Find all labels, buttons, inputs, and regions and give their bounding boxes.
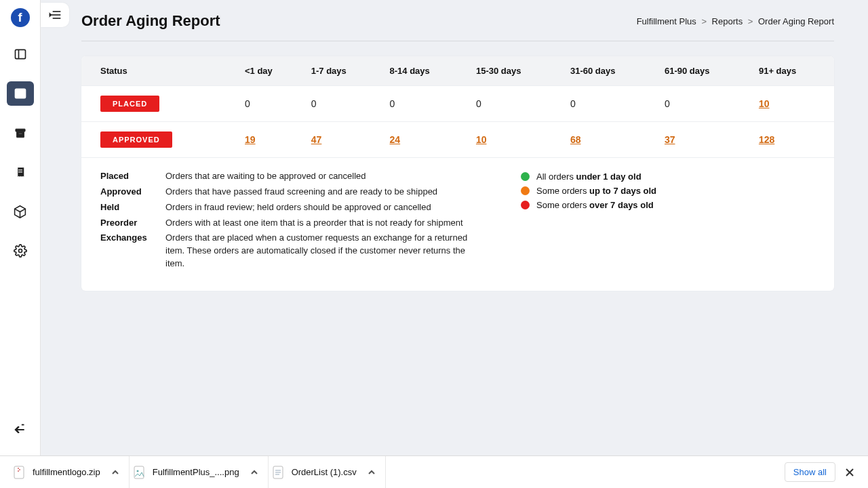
nav-packages[interactable] bbox=[7, 199, 34, 224]
svg-rect-19 bbox=[18, 468, 19, 469]
definition-term: Preorder bbox=[100, 217, 153, 230]
gear-icon bbox=[14, 244, 27, 258]
app-logo[interactable]: f bbox=[11, 8, 30, 27]
legend-text: Some orders over 7 days old bbox=[536, 200, 654, 210]
zip-file-icon bbox=[14, 466, 24, 479]
age-legend: All orders under 1 day oldSome orders up… bbox=[521, 170, 656, 273]
legend-item: Some orders over 7 days old bbox=[521, 200, 656, 210]
svg-rect-7 bbox=[16, 131, 24, 138]
aging-table: Status<1 day1-7 days8-14 days15-30 days3… bbox=[81, 56, 834, 158]
count-link[interactable]: 10 bbox=[476, 134, 487, 145]
definition-item: PlacedOrders that are waiting to be appr… bbox=[100, 170, 480, 183]
page-title: Order Aging Report bbox=[81, 12, 220, 30]
breadcrumb: Fulfillment Plus > Reports > Order Aging… bbox=[637, 16, 834, 26]
download-filename: FulfillmentPlus_....png bbox=[153, 467, 239, 477]
app-logo-letter: f bbox=[18, 11, 22, 25]
close-download-bar[interactable] bbox=[841, 464, 859, 481]
table-row: APPROVED194724106837128 bbox=[81, 122, 834, 158]
legend-dot bbox=[521, 201, 530, 209]
definition-term: Placed bbox=[100, 170, 153, 183]
status-badge: APPROVED bbox=[100, 131, 172, 148]
show-all-downloads[interactable]: Show all bbox=[785, 462, 835, 482]
definition-item: PreorderOrders with at least one item th… bbox=[100, 217, 480, 230]
count-value: 0 bbox=[390, 98, 395, 109]
count-link[interactable]: 10 bbox=[759, 98, 770, 109]
svg-rect-10 bbox=[18, 171, 22, 172]
breadcrumb-section[interactable]: Reports bbox=[712, 16, 743, 26]
breadcrumb-sep: > bbox=[748, 16, 753, 26]
report-card: Status<1 day1-7 days8-14 days15-30 days3… bbox=[81, 56, 834, 291]
sidebar: f bbox=[0, 0, 41, 455]
col-age-bucket: 31-60 days bbox=[564, 56, 658, 86]
definition-item: HeldOrders in fraud review; held orders … bbox=[100, 201, 480, 214]
col-status: Status bbox=[81, 56, 238, 86]
info-row: PlacedOrders that are waiting to be appr… bbox=[81, 158, 834, 291]
nav-settings[interactable] bbox=[7, 239, 34, 263]
definition-desc: Orders in fraud review; held orders shou… bbox=[165, 201, 431, 214]
chevron-up-icon[interactable] bbox=[368, 468, 376, 476]
page-header: Order Aging Report Fulfillment Plus > Re… bbox=[81, 12, 834, 41]
file-icon bbox=[12, 465, 26, 480]
svg-rect-8 bbox=[18, 133, 22, 134]
count-link[interactable]: 24 bbox=[390, 134, 401, 145]
nav-archive[interactable] bbox=[7, 121, 34, 145]
svg-rect-0 bbox=[15, 49, 25, 58]
count-link[interactable]: 68 bbox=[570, 134, 581, 145]
nav-receipts[interactable] bbox=[7, 160, 34, 184]
download-item[interactable]: fulfillmentlogo.zip bbox=[9, 456, 130, 488]
nav-exit[interactable] bbox=[7, 418, 34, 442]
box-icon bbox=[13, 205, 27, 219]
status-definitions: PlacedOrders that are waiting to be appr… bbox=[100, 170, 480, 273]
count-value: 0 bbox=[311, 98, 317, 109]
col-age-bucket: <1 day bbox=[238, 56, 304, 86]
file-icon bbox=[271, 465, 285, 480]
doc-file-icon bbox=[273, 466, 283, 479]
count-value: 0 bbox=[665, 98, 670, 109]
close-icon bbox=[845, 468, 854, 477]
archive-icon bbox=[14, 127, 27, 140]
definition-term: Exchanges bbox=[100, 232, 153, 270]
download-item[interactable]: FulfillmentPlus_....png bbox=[130, 456, 269, 488]
image-file-icon bbox=[134, 466, 144, 479]
count-value: 0 bbox=[476, 98, 481, 109]
svg-rect-21 bbox=[18, 470, 19, 472]
definition-desc: Orders that are waiting to be approved o… bbox=[165, 170, 366, 183]
col-age-bucket: 1-7 days bbox=[304, 56, 383, 86]
download-filename: OrderList (1).csv bbox=[292, 467, 357, 477]
definition-item: ExchangesOrders that are placed when a c… bbox=[100, 232, 480, 270]
legend-dot bbox=[521, 186, 530, 195]
svg-point-12 bbox=[18, 249, 22, 253]
legend-text: Some orders up to 7 days old bbox=[536, 186, 656, 196]
col-age-bucket: 8-14 days bbox=[383, 56, 469, 86]
col-age-bucket: 15-30 days bbox=[469, 56, 564, 86]
count-link[interactable]: 47 bbox=[311, 134, 322, 145]
legend-text: All orders under 1 day old bbox=[536, 171, 642, 182]
receipt-icon bbox=[14, 165, 26, 179]
breadcrumb-root[interactable]: Fulfillment Plus bbox=[637, 16, 696, 26]
col-age-bucket: 91+ days bbox=[752, 56, 834, 86]
list-report-icon bbox=[14, 87, 27, 100]
status-badge: PLACED bbox=[100, 96, 159, 112]
count-link[interactable]: 37 bbox=[665, 134, 675, 145]
svg-point-23 bbox=[136, 470, 138, 472]
table-row: PLACED00000010 bbox=[81, 86, 834, 122]
nav-reports[interactable] bbox=[7, 81, 34, 106]
svg-rect-9 bbox=[18, 169, 22, 170]
main-content: Order Aging Report Fulfillment Plus > Re… bbox=[41, 0, 868, 455]
chevron-up-icon[interactable] bbox=[250, 468, 258, 476]
panel-left-icon bbox=[14, 47, 27, 61]
count-link[interactable]: 19 bbox=[245, 134, 256, 145]
col-age-bucket: 61-90 days bbox=[658, 56, 752, 86]
legend-item: Some orders up to 7 days old bbox=[521, 186, 656, 196]
definition-desc: Orders that are placed when a customer r… bbox=[165, 232, 480, 270]
count-link[interactable]: 128 bbox=[759, 134, 774, 145]
nav-dashboard[interactable] bbox=[7, 42, 34, 66]
legend-item: All orders under 1 day old bbox=[521, 171, 656, 182]
download-filename: fulfillmentlogo.zip bbox=[33, 467, 100, 477]
definition-desc: Orders with at least one item that is a … bbox=[165, 217, 463, 230]
download-bar: fulfillmentlogo.zipFulfillmentPlus_....p… bbox=[0, 455, 868, 488]
breadcrumb-current: Order Aging Report bbox=[758, 16, 834, 26]
chevron-up-icon[interactable] bbox=[111, 468, 119, 476]
count-value: 0 bbox=[570, 98, 576, 109]
download-item[interactable]: OrderList (1).csv bbox=[269, 456, 386, 488]
